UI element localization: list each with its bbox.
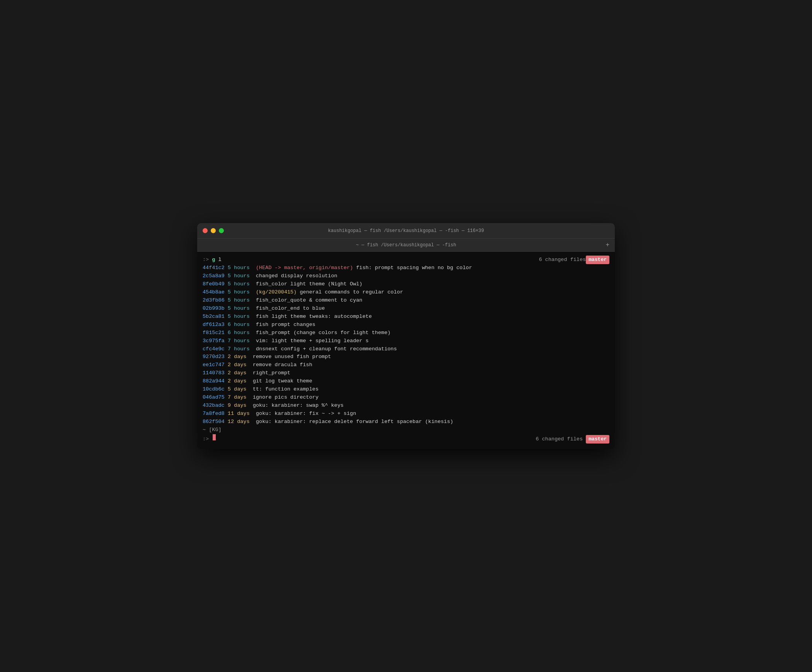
commit-message: dnsnext config + cleanup font recommenda… [256, 345, 397, 353]
commit-hash: 8fe0b49 [203, 280, 225, 288]
commit-hash: 10cdb6c [203, 385, 225, 394]
commit-time: 5 hours [228, 313, 250, 321]
commit-row: 02b993b 5 hours fish_color_end to blue [203, 305, 609, 313]
commit-hash: 862f504 [203, 418, 225, 426]
tilde-kg: ~ [KG] [203, 426, 222, 434]
command-rest: l [215, 256, 221, 264]
commit-message: fish light theme tweaks: autocomplete [256, 313, 372, 321]
commit-row: 44f41c2 5 hours (HEAD -> master, origin/… [203, 264, 609, 272]
commit-row: 862f504 12 days goku: karabiner: replace… [203, 418, 609, 426]
commit-message: fish: prompt spacing when no bg color [353, 264, 472, 272]
commit-row: 046ad75 7 days ignore pics directory [203, 394, 609, 402]
commit-time: 5 hours [228, 280, 250, 288]
commit-row: df612a3 6 hours fish prompt changes [203, 321, 609, 329]
top-changed-files: 6 changed files [539, 256, 586, 264]
bottom-status-line: :> 6 changed files master [203, 434, 609, 443]
commit-time: 5 days [228, 385, 247, 394]
bottom-changed-files: 6 changed files [536, 435, 583, 443]
terminal-window: kaushikgopal — fish /Users/kaushikgopal … [197, 223, 615, 449]
commit-hash: 02b993b [203, 305, 225, 313]
commit-message: goku: karabiner: fix ~ -> + sign [256, 410, 356, 418]
terminal-body: :> g l 6 changed files master 44f41c2 5 … [197, 252, 615, 449]
commit-time: 5 hours [228, 272, 250, 280]
commit-message: fish_color_end to blue [256, 305, 325, 313]
commit-row: 8fe0b49 5 hours fish_color light theme (… [203, 280, 609, 288]
commit-row: 5b2ca81 5 hours fish light theme tweaks:… [203, 313, 609, 321]
commit-time: 12 days [228, 418, 250, 426]
commit-row: 7a8fed8 11 days goku: karabiner: fix ~ -… [203, 410, 609, 418]
commit-ref: (HEAD -> master, origin/master) [256, 264, 353, 272]
commit-time: 5 hours [228, 288, 250, 297]
commit-row: 432badc 9 days goku: karabiner: swap %^ … [203, 402, 609, 410]
commit-hash: 2d3fb86 [203, 297, 225, 305]
commit-hash: 454b8ae [203, 288, 225, 297]
commit-time: 7 days [228, 394, 247, 402]
commit-hash: f815c21 [203, 329, 225, 337]
commit-time: 11 days [228, 410, 250, 418]
commit-message: fish_color_quote & comment to cyan [256, 297, 362, 305]
commit-row: 9270d23 2 days remove unused fish prompt [203, 353, 609, 361]
commit-message: tt: function examples [253, 385, 319, 394]
commit-hash: 44f41c2 [203, 264, 225, 272]
close-button[interactable] [203, 228, 208, 233]
commit-message: goku: karabiner: replace delete forward … [256, 418, 453, 426]
commit-time: 6 hours [228, 329, 250, 337]
bottom-branch-badge: master [586, 435, 609, 443]
commit-time: 2 days [228, 353, 247, 361]
command-g: g [212, 256, 215, 264]
commit-time: 7 hours [228, 337, 250, 345]
traffic-lights [203, 228, 224, 233]
commit-message: git log tweak theme [253, 377, 312, 385]
commit-time: 5 hours [228, 264, 250, 272]
commit-kg-ref: (kg/20200415) [256, 288, 297, 297]
commit-message: vim: light theme + spelling leader s [256, 337, 369, 345]
commit-message: fish_prompt (change colors for light the… [256, 329, 391, 337]
commit-row: cfc4e9c 7 hours dnsnext config + cleanup… [203, 345, 609, 353]
commit-hash: 432badc [203, 402, 225, 410]
commit-row: 10cdb6c 5 days tt: function examples [203, 385, 609, 394]
commit-row: ee1c747 2 days remove dracula fish [203, 361, 609, 369]
commit-row: 1140783 2 days right_prompt [203, 369, 609, 377]
commit-hash: df612a3 [203, 321, 225, 329]
commit-hash: 3c975fa [203, 337, 225, 345]
commit-row: 2c5a8a9 5 hours changed display resoluti… [203, 272, 609, 280]
commit-message: goku: karabiner: swap %^ keys [253, 402, 344, 410]
commit-row: f815c21 6 hours fish_prompt (change colo… [203, 329, 609, 337]
maximize-button[interactable] [219, 228, 224, 233]
commit-hash: 5b2ca81 [203, 313, 225, 321]
minimize-button[interactable] [211, 228, 216, 233]
command-line: :> g l 6 changed files master [203, 256, 609, 264]
commit-message: fish_color light theme (Night Owl) [256, 280, 362, 288]
prompt-prefix: :> [203, 256, 212, 264]
tilde-kg-line: ~ [KG] [203, 426, 609, 434]
cursor [213, 434, 216, 440]
commit-time: 6 hours [228, 321, 250, 329]
commit-time: 2 days [228, 361, 247, 369]
commit-row: 2d3fb86 5 hours fish_color_quote & comme… [203, 297, 609, 305]
commit-hash: 7a8fed8 [203, 410, 225, 418]
bottom-prompt: :> [203, 435, 212, 443]
commit-hash: 1140783 [203, 369, 225, 377]
commit-message: general commands to regular color [297, 288, 403, 297]
top-branch-badge: master [586, 256, 609, 264]
commit-hash: 2c5a8a9 [203, 272, 225, 280]
commit-row: 882a944 2 days git log tweak theme [203, 377, 609, 385]
commit-hash: cfc4e9c [203, 345, 225, 353]
commit-message: right_prompt [253, 369, 290, 377]
commit-time: 5 hours [228, 305, 250, 313]
commit-time: 7 hours [228, 345, 250, 353]
commit-time: 2 days [228, 369, 247, 377]
window-title: kaushikgopal — fish /Users/kaushikgopal … [328, 228, 484, 234]
tab-bar: ~ — fish /Users/kaushikgopal — -fish + [197, 239, 615, 252]
titlebar: kaushikgopal — fish /Users/kaushikgopal … [197, 223, 615, 239]
commit-message: remove unused fish prompt [253, 353, 331, 361]
commit-row: 454b8ae 5 hours (kg/20200415) general co… [203, 288, 609, 297]
commit-hash: 046ad75 [203, 394, 225, 402]
commit-message: ignore pics directory [253, 394, 319, 402]
commit-message: changed display resolution [256, 272, 338, 280]
tab-label[interactable]: ~ — fish /Users/kaushikgopal — -fish [356, 242, 456, 248]
new-tab-button[interactable]: + [606, 242, 609, 249]
commit-time: 2 days [228, 377, 247, 385]
commit-row: 3c975fa 7 hours vim: light theme + spell… [203, 337, 609, 345]
commit-message: fish prompt changes [256, 321, 316, 329]
